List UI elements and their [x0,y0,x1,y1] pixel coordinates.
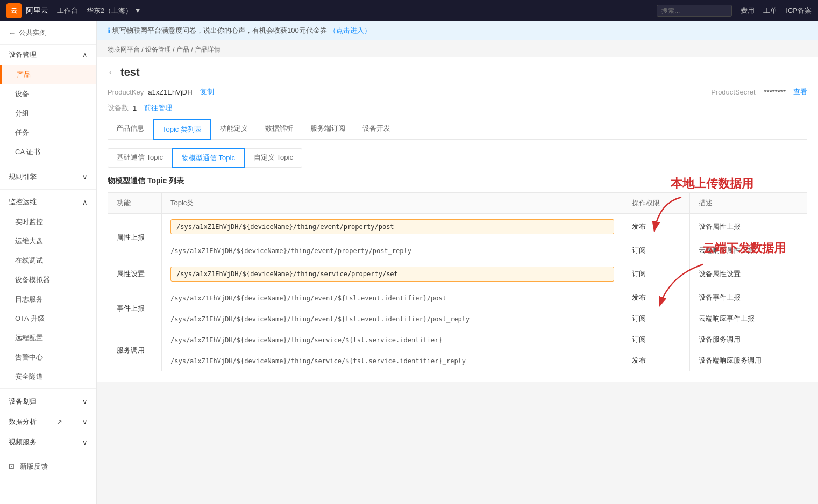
topic-highlighted-1: /sys/a1xZ1EhVjDH/${deviceName}/thing/eve… [170,219,614,234]
feedback-label: 新版反馈 [20,462,48,470]
cat-property-set: 属性设置 [108,261,162,287]
page-title-row: ← test [108,66,807,78]
sidebar-item-tunnel[interactable]: 安全隧道 [0,367,96,386]
sidebar-section-video[interactable]: 视频服务 ∨ [0,432,96,452]
sidebar-back-btn[interactable]: ← 公共实例 [0,21,96,45]
meta-row-1: ProductKey a1xZ1EhVjDH 复制 ProductSecret … [108,87,807,97]
logo-text: 阿里云 [26,6,48,16]
feedback-icon: ⊡ [9,462,15,470]
product-secret-label: ProductSecret [711,88,755,96]
col-header-op: 操作权限 [623,193,689,214]
sidebar-section-device-provision[interactable]: 设备划归 ∨ [0,391,96,412]
chevron-down-icon-provision: ∨ [82,398,88,406]
sub-tab-tsl[interactable]: 物模型通信 Topic [172,148,245,168]
sidebar-item-realtime[interactable]: 实时监控 [0,212,96,232]
sidebar-item-group[interactable]: 分组 [0,104,96,123]
tab-server-subscribe[interactable]: 服务端订阅 [302,119,354,140]
tab-product-info[interactable]: 产品信息 [108,119,153,140]
page-content: ← test ProductKey a1xZ1EhVjDH 复制 Product… [97,57,818,382]
sidebar-item-ca[interactable]: CA 证书 [0,142,96,162]
desc-cell-1: 设备属性上报 [689,214,807,240]
sidebar-section-data-analysis[interactable]: 数据分析 ↗ ∨ [0,412,96,432]
tab-data-parse[interactable]: 数据解析 [257,119,302,140]
sidebar-item-remote-config[interactable]: 远程配置 [0,328,96,348]
nav-ticket[interactable]: 工单 [763,6,777,16]
breadcrumb-product[interactable]: 产品 [176,46,189,53]
banner-text: 填写物联网平台满意度问卷，说出你的心声，有机会收获100元代金券 [112,26,327,35]
breadcrumb-iot[interactable]: 物联网平台 [108,46,140,53]
page-back-btn[interactable]: ← [108,68,116,77]
sidebar-section-monitor[interactable]: 监控运维 ∧ [0,192,96,212]
main-tabs: 产品信息 Topic 类列表 功能定义 数据解析 服务端订阅 设备开发 [108,119,807,140]
sidebar-item-ops-board[interactable]: 运维大盘 [0,232,96,251]
search-input[interactable] [657,5,732,17]
sub-tab-basic[interactable]: 基础通信 Topic [108,148,172,168]
page-title: test [120,66,140,78]
sidebar-item-task[interactable]: 任务 [0,123,96,142]
topic-cell-7: /sys/a1xZ1EhVjDH/${deviceName}/thing/ser… [162,350,623,371]
table-row: /sys/a1xZ1EhVjDH/${deviceName}/thing/ser… [108,350,807,371]
breadcrumb: 物联网平台 / 设备管理 / 产品 / 产品详情 [97,40,818,57]
chevron-up-icon: ∧ [82,51,88,59]
table-row: 属性设置 /sys/a1xZ1EhVjDH/${deviceName}/thin… [108,261,807,287]
topic-normal-7: /sys/a1xZ1EhVjDH/${deviceName}/thing/ser… [170,357,466,365]
chevron-up-icon-monitor: ∧ [82,198,88,206]
tab-device-dev[interactable]: 设备开发 [354,119,399,140]
manage-link[interactable]: 前往管理 [144,103,172,113]
copy-btn[interactable]: 复制 [200,87,214,97]
chevron-down-icon-rules: ∨ [82,173,88,181]
nav-workbench[interactable]: 工作台 [57,6,78,16]
topic-cell-1: /sys/a1xZ1EhVjDH/${deviceName}/thing/eve… [162,214,623,240]
sidebar-section-device-mgmt[interactable]: 设备管理 ∧ [0,45,96,65]
device-count-value: 1 [133,104,137,112]
nav-icp[interactable]: ICP备案 [786,6,812,16]
sidebar-item-device[interactable]: 设备 [0,84,96,104]
op-cell-3: 订阅 [623,261,689,287]
col-header-topic: Topic类 [162,193,623,214]
desc-cell-6: 设备服务调用 [689,329,807,350]
topic-normal-5: /sys/a1xZ1EhVjDH/${deviceName}/thing/eve… [170,315,470,323]
header-right: 费用 工单 ICP备案 [657,5,812,17]
section-label-video: 视频服务 [9,437,37,447]
view-secret-btn[interactable]: 查看 [793,87,807,97]
sidebar-item-product[interactable]: 产品 [0,65,96,84]
logo-area: 云 阿里云 [6,3,48,18]
topic-cell-2: /sys/a1xZ1EhVjDH/${deviceName}/thing/eve… [162,240,623,261]
section-label-device-mgmt: 设备管理 [9,50,37,60]
nav-region[interactable]: 华东2（上海） ▼ [87,6,141,16]
table-row: 服务调用 /sys/a1xZ1EhVjDH/${deviceName}/thin… [108,329,807,350]
sidebar: ← 公共实例 设备管理 ∧ 产品 设备 分组 任务 CA 证书 规则引擎 ∨ 监… [0,21,97,504]
op-cell-4: 发布 [623,287,689,308]
col-header-desc: 描述 [689,193,807,214]
breadcrumb-device-mgmt[interactable]: 设备管理 [145,46,171,53]
sidebar-section-rules[interactable]: 规则引擎 ∨ [0,167,96,187]
nav-cost[interactable]: 费用 [741,6,755,16]
op-cell-1: 发布 [623,214,689,240]
topic-table: 功能 Topic类 操作权限 描述 属性上报 /sys/a1xZ1EhVjDH/… [108,192,807,371]
table-row: /sys/a1xZ1EhVjDH/${deviceName}/thing/eve… [108,308,807,329]
product-secret-value: ******** [764,88,786,96]
sidebar-item-alert[interactable]: 告警中心 [0,348,96,367]
sub-tab-custom[interactable]: 自定义 Topic [245,148,302,168]
device-count-label: 设备数 [108,103,129,113]
sub-tabs: 基础通信 Topic 物模型通信 Topic 自定义 Topic [108,148,807,168]
breadcrumb-current: 产品详情 [195,46,220,53]
topic-highlighted-3: /sys/a1xZ1EhVjDH/${deviceName}/thing/ser… [170,267,614,282]
sidebar-feedback[interactable]: ⊡ 新版反馈 [0,457,96,476]
sidebar-item-online-debug[interactable]: 在线调试 [0,251,96,270]
main-content: ℹ 填写物联网平台满意度问卷，说出你的心声，有机会收获100元代金券 （点击进入… [97,21,818,504]
table-section-title: 物模型通信 Topic 列表 [108,176,807,186]
tab-topic-list[interactable]: Topic 类列表 [153,119,211,140]
op-cell-7: 发布 [623,350,689,371]
topic-normal-2: /sys/a1xZ1EhVjDH/${deviceName}/thing/eve… [170,247,411,255]
tab-func-define[interactable]: 功能定义 [211,119,257,140]
sidebar-item-log[interactable]: 日志服务 [0,290,96,309]
topic-cell-6: /sys/a1xZ1EhVjDH/${deviceName}/thing/ser… [162,329,623,350]
product-secret-item: ProductSecret ******** 查看 [711,87,807,97]
sidebar-back-label: 公共实例 [19,28,47,38]
info-banner: ℹ 填写物联网平台满意度问卷，说出你的心声，有机会收获100元代金券 （点击进入… [97,21,818,40]
banner-link[interactable]: （点击进入） [329,26,371,35]
desc-cell-2: 云端响应属性上报 [689,240,807,261]
sidebar-item-ota[interactable]: OTA 升级 [0,309,96,328]
sidebar-item-device-sim[interactable]: 设备模拟器 [0,270,96,290]
